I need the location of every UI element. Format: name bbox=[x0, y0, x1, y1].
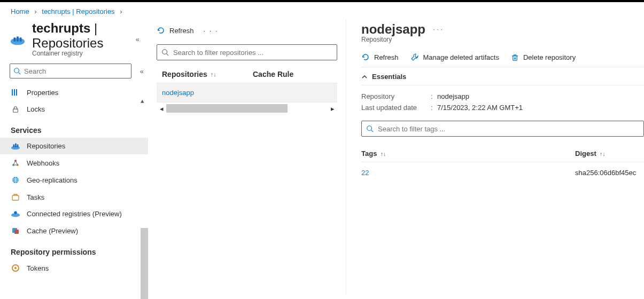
sidebar-item-geo[interactable]: Geo-replications bbox=[0, 171, 148, 188]
tag-table-header: Tags ↑↓ Digest ↑↓ bbox=[361, 145, 644, 162]
repo-row[interactable]: nodejsapp bbox=[157, 83, 337, 103]
search-icon bbox=[366, 125, 374, 132]
sidebar-item-locks[interactable]: Locks bbox=[0, 101, 148, 117]
sidebar-item-properties[interactable]: Properties bbox=[0, 84, 148, 101]
repo-filter[interactable] bbox=[157, 44, 337, 60]
refresh-icon bbox=[361, 53, 370, 61]
col-tags[interactable]: Tags bbox=[361, 150, 377, 158]
more-actions-button[interactable]: · · · bbox=[433, 25, 443, 33]
delete-repo-label: Delete repository bbox=[523, 53, 576, 61]
collapse-panel-icon[interactable]: « bbox=[133, 32, 143, 46]
svg-rect-3 bbox=[20, 37, 22, 42]
ess-val-updated: 7/15/2023, 2:22 AM GMT+1 bbox=[437, 104, 523, 112]
sidebar-search-input[interactable] bbox=[24, 67, 128, 75]
cache-icon bbox=[11, 226, 20, 235]
sidebar-item-label: Repositories bbox=[27, 142, 65, 150]
more-actions-button[interactable]: · · · bbox=[204, 27, 219, 35]
properties-icon bbox=[11, 88, 20, 97]
svg-rect-1 bbox=[14, 37, 16, 42]
breadcrumb-item[interactable]: techrupts | Repositories bbox=[42, 7, 114, 15]
svg-point-25 bbox=[162, 50, 167, 54]
sidebar-item-cache[interactable]: Cache (Preview) bbox=[0, 222, 148, 239]
sidebar-heading-services: Services bbox=[0, 117, 148, 138]
ess-key-repository: Repository bbox=[361, 92, 431, 100]
delete-repo-button[interactable]: Delete repository bbox=[511, 53, 576, 61]
tag-filter-input[interactable] bbox=[378, 125, 639, 133]
container-registry-icon bbox=[10, 33, 26, 47]
sidebar-search[interactable] bbox=[10, 64, 131, 78]
col-digest[interactable]: Digest bbox=[575, 150, 596, 158]
sidebar-item-label: Webhooks bbox=[27, 159, 59, 167]
page-subtitle: Container registry bbox=[32, 50, 133, 57]
sidebar-item-label: Tokens bbox=[27, 264, 49, 272]
scroll-right-icon[interactable]: ▸ bbox=[328, 105, 337, 113]
globe-icon bbox=[11, 176, 20, 184]
svg-line-26 bbox=[167, 54, 169, 56]
scroll-up-icon[interactable]: ▴ bbox=[141, 97, 147, 103]
scrollbar-thumb[interactable] bbox=[166, 104, 288, 113]
detail-refresh-button[interactable]: Refresh bbox=[361, 53, 399, 61]
tasks-icon bbox=[11, 193, 20, 201]
svg-rect-27 bbox=[513, 56, 517, 60]
sidebar-item-label: Locks bbox=[27, 105, 45, 113]
breadcrumb-home[interactable]: Home bbox=[11, 7, 29, 15]
sidebar-item-tasks[interactable]: Tasks bbox=[0, 188, 148, 206]
essentials-content: Repository : nodejsapp Last updated date… bbox=[361, 85, 644, 121]
scrollbar-thumb[interactable] bbox=[141, 228, 148, 299]
token-icon bbox=[11, 264, 20, 272]
svg-line-29 bbox=[371, 130, 374, 132]
svg-rect-9 bbox=[13, 109, 18, 112]
search-icon bbox=[161, 49, 169, 56]
sort-icon[interactable]: ↑↓ bbox=[380, 151, 386, 157]
repo-icon bbox=[11, 143, 20, 150]
repo-name-link[interactable]: nodejsapp bbox=[162, 89, 194, 97]
refresh-label: Refresh bbox=[169, 27, 194, 35]
sidebar-item-repositories[interactable]: Repositories bbox=[0, 138, 148, 154]
col-cache-rule[interactable]: Cache Rule bbox=[253, 70, 332, 78]
repo-filter-input[interactable] bbox=[173, 49, 332, 57]
sidebar-item-label: Geo-replications bbox=[27, 176, 77, 184]
svg-line-5 bbox=[19, 73, 21, 75]
detail-refresh-label: Refresh bbox=[374, 53, 399, 61]
svg-point-24 bbox=[14, 267, 17, 269]
refresh-icon bbox=[157, 26, 165, 35]
trash-icon bbox=[511, 53, 519, 61]
tag-link[interactable]: 22 bbox=[361, 169, 575, 177]
manage-deleted-label: Manage deleted artifacts bbox=[423, 53, 499, 61]
col-repositories[interactable]: Repositories bbox=[162, 70, 207, 78]
ess-key-updated: Last updated date bbox=[361, 104, 431, 112]
svg-rect-12 bbox=[15, 143, 17, 147]
sidebar-heading-permissions: Repository permissions bbox=[0, 239, 148, 259]
sidebar-item-connected[interactable]: Connected registries (Preview) bbox=[0, 206, 148, 222]
refresh-button[interactable]: Refresh bbox=[157, 26, 194, 35]
page-title: techrupts | Repositories bbox=[32, 21, 133, 51]
tag-row[interactable]: 22 sha256:06d6bf45ec bbox=[361, 162, 644, 183]
wrench-icon bbox=[410, 53, 419, 61]
svg-point-20 bbox=[14, 211, 17, 214]
digest-value: sha256:06d6bf45ec bbox=[575, 169, 644, 177]
sort-icon[interactable]: ↑↓ bbox=[600, 151, 606, 157]
lock-icon bbox=[11, 106, 20, 113]
essentials-toggle[interactable]: Essentials bbox=[361, 67, 644, 85]
detail-subtitle: Repository bbox=[361, 36, 425, 43]
chevron-right-icon: › bbox=[120, 7, 122, 15]
svg-rect-7 bbox=[14, 89, 15, 96]
svg-point-28 bbox=[367, 126, 372, 131]
search-icon bbox=[13, 67, 21, 75]
svg-rect-13 bbox=[17, 144, 19, 147]
svg-point-4 bbox=[14, 68, 19, 73]
scroll-left-icon[interactable]: ◂ bbox=[157, 105, 166, 113]
manage-deleted-button[interactable]: Manage deleted artifacts bbox=[410, 53, 499, 61]
sidebar-item-label: Cache (Preview) bbox=[27, 227, 78, 235]
collapse-sidebar-icon[interactable]: « bbox=[138, 65, 146, 77]
sort-icon[interactable]: ↑↓ bbox=[211, 71, 216, 77]
connected-icon bbox=[11, 210, 20, 218]
sidebar-item-webhooks[interactable]: Webhooks bbox=[0, 154, 148, 171]
sidebar-item-tokens[interactable]: Tokens bbox=[0, 259, 148, 277]
sidebar-item-label: Connected registries (Preview) bbox=[27, 210, 122, 218]
chevron-right-icon: › bbox=[34, 7, 36, 15]
tag-filter[interactable] bbox=[361, 121, 644, 137]
horizontal-scrollbar[interactable]: ◂ ▸ bbox=[157, 104, 337, 113]
repo-table-header: Repositories ↑↓ Cache Rule bbox=[157, 66, 337, 83]
svg-rect-6 bbox=[12, 89, 13, 96]
